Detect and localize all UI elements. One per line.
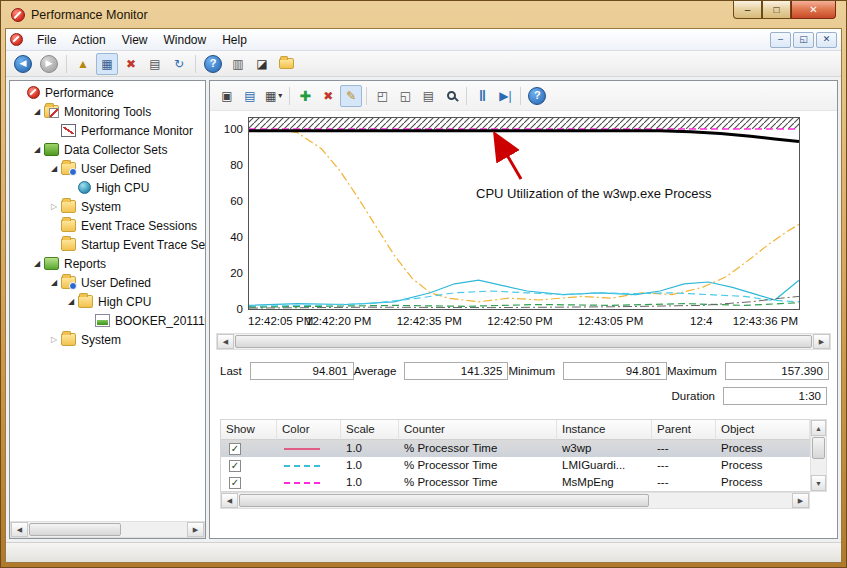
update-data-button[interactable]: ▶| (494, 85, 516, 107)
scrollbar-thumb[interactable] (239, 494, 649, 507)
tree-expander-expanded[interactable]: ◢ (31, 145, 43, 154)
menu-view[interactable]: View (114, 30, 156, 50)
tree-item-performance[interactable]: Performance (10, 83, 205, 102)
column-header-counter[interactable]: Counter (399, 420, 557, 440)
column-header-show[interactable]: Show (221, 420, 277, 440)
table-vertical-scrollbar[interactable]: ▲ ▼ (810, 419, 827, 492)
scroll-down-button[interactable]: ▼ (811, 475, 826, 491)
show-checkbox[interactable]: ✓ (229, 477, 241, 489)
tree-item-system[interactable]: ▷System (10, 330, 205, 349)
counter-row-msmpeng[interactable]: ✓1.0% Processor TimeMsMpEng---Process (221, 474, 810, 491)
minimize-icon: – (745, 5, 751, 15)
tree-expander-expanded[interactable]: ◢ (48, 164, 60, 173)
freeze-display-button[interactable]: ‖ (471, 85, 493, 107)
tree-item-high-cpu[interactable]: ◢High CPU (10, 292, 205, 311)
up-one-level-button[interactable]: ▲ (72, 53, 94, 75)
tree-horizontal-scrollbar[interactable]: ◀ ▶ (10, 521, 205, 538)
export-list-button[interactable]: ▥ (227, 53, 249, 75)
properties-button[interactable]: ▤ (144, 53, 166, 75)
child-close-button[interactable]: ✕ (816, 32, 837, 48)
folder-button[interactable] (275, 53, 297, 75)
tree-item-system[interactable]: ▷System (10, 197, 205, 216)
tree-item-booker-201110[interactable]: BOOKER_201110 (10, 311, 205, 330)
child-restore-button[interactable]: ◱ (793, 32, 814, 48)
zoom-button[interactable] (440, 85, 462, 107)
menu-action[interactable]: Action (64, 30, 113, 50)
tree-item-high-cpu[interactable]: High CPU (10, 178, 205, 197)
maximize-icon: □ (773, 5, 779, 15)
column-header-parent[interactable]: Parent (652, 420, 716, 440)
scrollbar-track[interactable] (234, 334, 813, 349)
scrollbar-track[interactable] (28, 522, 187, 537)
tree-item-monitoring-tools[interactable]: ◢Monitoring Tools (10, 102, 205, 121)
scroll-right-button[interactable]: ▶ (792, 493, 809, 508)
close-button[interactable]: ✕ (791, 1, 836, 19)
paste-counter-list-button[interactable]: ◱ (394, 85, 416, 107)
column-header-object[interactable]: Object (716, 420, 810, 440)
scroll-right-icon: ▶ (193, 526, 198, 534)
tree-item-user-defined[interactable]: ◢User Defined (10, 273, 205, 292)
x-tick-label: 12:42:20 PM (306, 315, 371, 327)
properties-icon: ▤ (423, 90, 434, 102)
scroll-left-button[interactable]: ◀ (11, 522, 28, 537)
menu-file[interactable]: File (29, 30, 64, 50)
tree-item-performance-monitor[interactable]: Performance Monitor (10, 121, 205, 140)
tree-expander-expanded[interactable]: ◢ (31, 107, 43, 116)
tree-item-user-defined[interactable]: ◢User Defined (10, 159, 205, 178)
perfmon-root-icon (27, 86, 40, 99)
properties-button[interactable]: ▤ (417, 85, 439, 107)
menu-help[interactable]: Help (214, 30, 255, 50)
scrollbar-thumb[interactable] (29, 523, 121, 536)
scrollbar-thumb[interactable] (235, 335, 812, 348)
titlebar[interactable]: Performance Monitor – □ ✕ (5, 1, 842, 28)
scroll-right-button[interactable]: ▶ (187, 522, 204, 537)
show-checkbox[interactable]: ✓ (229, 443, 241, 455)
tree-item-data-collector-sets[interactable]: ◢Data Collector Sets (10, 140, 205, 159)
add-counter-button[interactable]: ✚ (294, 85, 316, 107)
tree-item-startup-event-trace-ses[interactable]: Startup Event Trace Ses (10, 235, 205, 254)
counter-row-lmiguardi[interactable]: ✓1.0% Processor TimeLMIGuardi...---Proce… (221, 457, 810, 474)
view-current-activity-button[interactable]: ▣ (216, 85, 238, 107)
scroll-left-button[interactable]: ◀ (217, 334, 234, 349)
copy-properties-button[interactable]: ◰ (371, 85, 393, 107)
chart-horizontal-scrollbar[interactable]: ◀ ▶ (216, 333, 831, 350)
maximize-button[interactable]: □ (762, 1, 791, 19)
tree-expander-collapsed[interactable]: ▷ (48, 202, 60, 211)
menu-window[interactable]: Window (156, 30, 215, 50)
scrollbar-thumb[interactable] (812, 437, 825, 459)
scrollbar-track[interactable] (238, 493, 792, 508)
column-header-color[interactable]: Color (277, 420, 341, 440)
tree-expander-expanded[interactable]: ◢ (65, 297, 77, 306)
delete-counter-button[interactable]: ✖ (317, 85, 339, 107)
help-button[interactable]: ? (525, 85, 549, 107)
scroll-left-button[interactable]: ◀ (221, 493, 238, 508)
scroll-up-button[interactable]: ▲ (811, 420, 826, 436)
table-horizontal-scrollbar[interactable]: ◀ ▶ (220, 492, 810, 509)
scrollbar-track[interactable] (811, 436, 826, 475)
column-header-scale[interactable]: Scale (341, 420, 399, 440)
back-button[interactable]: ◀ (11, 53, 35, 75)
report-doc-icon (95, 314, 110, 327)
view-log-data-button[interactable]: ▤ (239, 85, 261, 107)
show-checkbox[interactable]: ✓ (229, 460, 241, 472)
tree-item-event-trace-sessions[interactable]: Event Trace Sessions (10, 216, 205, 235)
show-hide-console-tree-button[interactable]: ▦ (96, 53, 118, 75)
tree-item-reports[interactable]: ◢Reports (10, 254, 205, 273)
minimize-button[interactable]: – (733, 1, 762, 19)
change-graph-type-button[interactable]: ▦▾ (262, 85, 285, 107)
tree-item-label: BOOKER_201110 (115, 314, 205, 328)
highlight-button[interactable]: ✎ (340, 85, 362, 107)
tree-expander-collapsed[interactable]: ▷ (48, 335, 60, 344)
scroll-right-button[interactable]: ▶ (813, 334, 830, 349)
tree-expander-expanded[interactable]: ◢ (48, 278, 60, 287)
tree-expander-expanded[interactable]: ◢ (31, 259, 43, 268)
column-header-instance[interactable]: Instance (557, 420, 652, 440)
refresh-button[interactable]: ↻ (168, 53, 190, 75)
delete-button[interactable]: ✖ (120, 53, 142, 75)
graph-view-button[interactable]: ◪ (251, 53, 273, 75)
child-minimize-button[interactable]: – (770, 32, 791, 48)
help-button[interactable]: ? (201, 53, 225, 75)
forward-button[interactable]: ▶ (37, 53, 61, 75)
back-icon: ◀ (14, 55, 32, 73)
counter-row-w3wp[interactable]: ✓1.0% Processor Timew3wp---Process (221, 440, 810, 457)
